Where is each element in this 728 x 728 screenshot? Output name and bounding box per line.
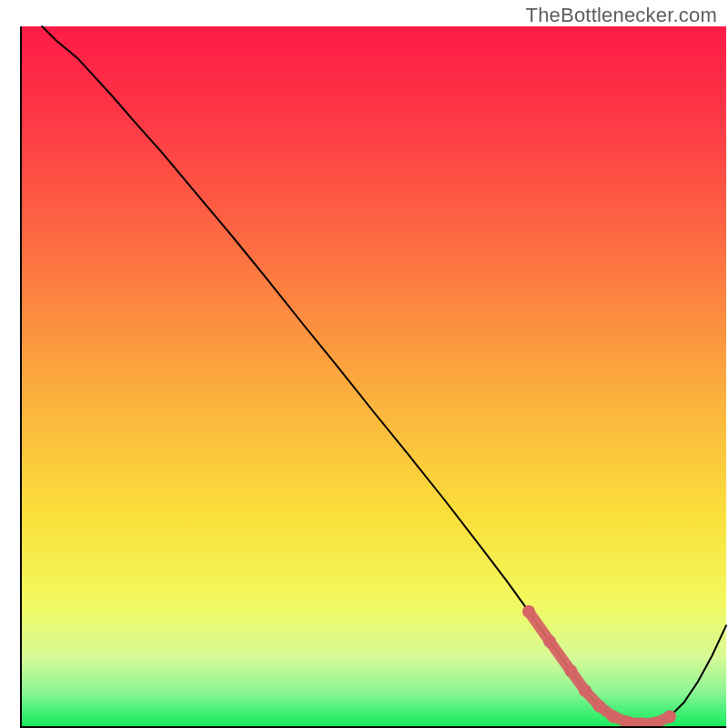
highlight-dot xyxy=(622,716,634,728)
chart-svg xyxy=(0,0,728,728)
highlight-dot xyxy=(543,635,556,648)
highlight-dot xyxy=(663,710,676,723)
gradient-background xyxy=(21,26,726,727)
bottleneck-chart: TheBottlenecker.com xyxy=(0,0,728,728)
highlight-dot xyxy=(607,710,620,723)
highlight-dot xyxy=(565,664,578,677)
attribution-watermark: TheBottlenecker.com xyxy=(526,4,717,27)
highlight-dot xyxy=(579,684,592,697)
highlight-dot xyxy=(522,605,535,618)
highlight-dot xyxy=(593,700,606,713)
